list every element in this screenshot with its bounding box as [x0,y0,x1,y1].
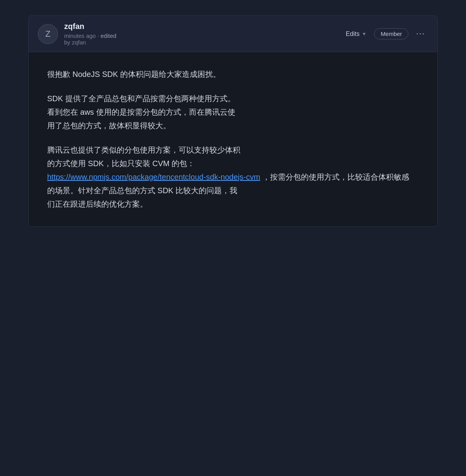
ellipsis-icon: ··· [416,29,425,38]
avatar-letter: Z [45,29,50,39]
edited-label: edited [100,32,116,39]
paragraph-1-text: 很抱歉 NodeJS SDK 的体积问题给大家造成困扰。 [47,70,221,78]
comment-card: Z zqfan minutes ago · edited by zqfan Ed… [28,15,438,227]
username: zqfan [64,22,337,31]
edits-label: Edits [346,31,360,37]
comment-header: Z zqfan minutes ago · edited by zqfan Ed… [29,16,437,52]
avatar: Z [38,24,58,44]
paragraph-1: 很抱歉 NodeJS SDK 的体积问题给大家造成困扰。 [47,68,419,81]
header-actions: Edits ▼ Member ··· [343,28,428,40]
timestamp-text: minutes ago · [64,32,100,39]
paragraph-2-text: SDK 提供了全产品总包和产品按需分包两种使用方式。看到您在 aws 使用的是按… [47,94,235,130]
member-badge[interactable]: Member [374,28,408,39]
more-options-button[interactable]: ··· [413,28,428,40]
member-label: Member [381,31,402,37]
comment-body: 很抱歉 NodeJS SDK 的体积问题给大家造成困扰。 SDK 提供了全产品总… [29,52,437,226]
paragraph-2: SDK 提供了全产品总包和产品按需分包两种使用方式。看到您在 aws 使用的是按… [47,92,419,133]
comment-content: 很抱歉 NodeJS SDK 的体积问题给大家造成困扰。 SDK 提供了全产品总… [47,68,419,211]
timestamp: minutes ago · edited by zqfan [64,32,337,46]
paragraph-3: 腾讯云也提供了类似的分包使用方案，可以支持较少体积的方式使用 SDK，比如只安装… [47,143,419,211]
paragraph-3-text-before-link: 腾讯云也提供了类似的分包使用方案，可以支持较少体积的方式使用 SDK，比如只安装… [47,146,240,168]
header-info: zqfan minutes ago · edited by zqfan [64,22,337,46]
edited-by: by zqfan [64,39,86,46]
npmjs-link[interactable]: https://www.npmjs.com/package/tencentclo… [47,173,260,181]
chevron-down-icon: ▼ [362,31,366,37]
edits-button[interactable]: Edits ▼ [343,29,369,39]
